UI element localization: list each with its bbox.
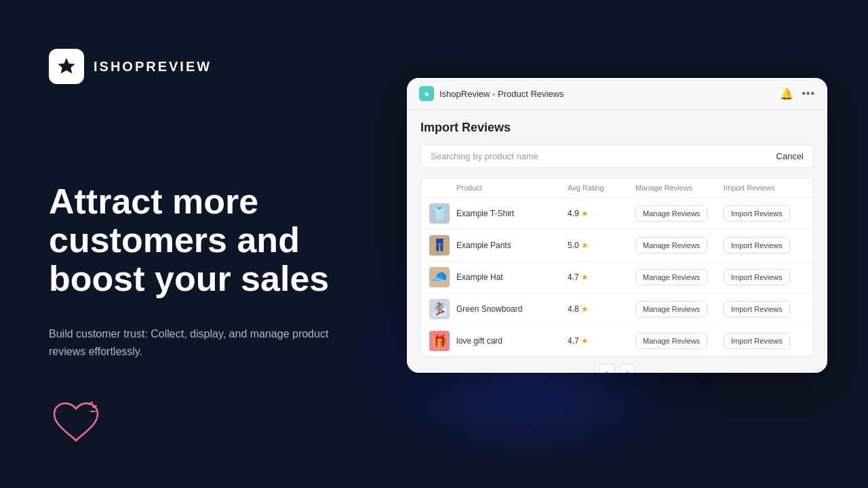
product-name: Example Pants bbox=[456, 241, 568, 250]
table-row: 🧢 Example Hat 4.7 ★ Manage Reviews Impor… bbox=[421, 262, 813, 293]
import-reviews-cell: Import Reviews bbox=[724, 301, 805, 317]
app-mockup: ★ IshopReview - Product Reviews 🔔 ••• Im… bbox=[407, 78, 827, 373]
col-rating: Avg Rating bbox=[568, 184, 635, 192]
col-thumb bbox=[429, 184, 456, 192]
product-thumb: 👖 bbox=[429, 235, 450, 256]
bell-icon[interactable]: 🔔 bbox=[780, 87, 793, 100]
star-icon: ★ bbox=[581, 304, 589, 314]
product-thumb: 👕 bbox=[429, 203, 450, 224]
pagination: ‹ › bbox=[420, 357, 814, 373]
app-header-right: 🔔 ••• bbox=[780, 87, 815, 100]
import-reviews-button[interactable]: Import Reviews bbox=[724, 269, 790, 285]
app-body: Import Reviews Searching by product name… bbox=[407, 110, 827, 373]
svg-text:★: ★ bbox=[424, 91, 430, 98]
cancel-button[interactable]: Cancel bbox=[776, 151, 804, 161]
product-rating: 4.8 ★ bbox=[568, 304, 635, 314]
manage-reviews-cell: Manage Reviews bbox=[635, 237, 724, 253]
product-rating: 4.7 ★ bbox=[568, 272, 635, 282]
manage-reviews-button[interactable]: Manage Reviews bbox=[635, 333, 707, 349]
table-row: 👕 Example T-Shirt 4.9 ★ Manage Reviews I… bbox=[421, 198, 813, 230]
app-header: ★ IshopReview - Product Reviews 🔔 ••• bbox=[407, 78, 827, 110]
col-manage: Manage Reviews bbox=[635, 184, 724, 192]
star-icon: ★ bbox=[581, 241, 589, 250]
manage-reviews-button[interactable]: Manage Reviews bbox=[635, 205, 707, 222]
manage-reviews-cell: Manage Reviews bbox=[635, 333, 724, 349]
manage-reviews-button[interactable]: Manage Reviews bbox=[635, 301, 707, 317]
search-bar: Searching by product name Cancel bbox=[420, 144, 814, 168]
manage-reviews-cell: Manage Reviews bbox=[635, 269, 724, 285]
col-import: Import Reviews bbox=[724, 184, 805, 192]
table-row: 👖 Example Pants 5.0 ★ Manage Reviews Imp… bbox=[421, 230, 813, 262]
prev-page-button[interactable]: ‹ bbox=[599, 364, 615, 373]
import-reviews-cell: Import Reviews bbox=[724, 333, 805, 349]
product-rating: 4.7 ★ bbox=[568, 336, 635, 346]
product-rating: 5.0 ★ bbox=[568, 241, 635, 250]
import-reviews-button[interactable]: Import Reviews bbox=[724, 333, 790, 349]
app-icon-badge: ★ bbox=[419, 86, 434, 101]
search-placeholder[interactable]: Searching by product name bbox=[431, 151, 538, 161]
product-name: Green Snowboard bbox=[456, 304, 568, 314]
app-header-left: ★ IshopReview - Product Reviews bbox=[419, 86, 564, 101]
product-name: Example Hat bbox=[456, 272, 568, 282]
product-thumb: 🎁 bbox=[429, 331, 450, 351]
hero-subtitle: Build customer trust: Collect, display, … bbox=[49, 325, 334, 360]
more-icon[interactable]: ••• bbox=[802, 87, 815, 100]
table-row: 🎁 love gift card 4.7 ★ Manage Reviews Im… bbox=[421, 325, 813, 357]
page-title: Import Reviews bbox=[420, 121, 814, 135]
table-body: 👕 Example T-Shirt 4.9 ★ Manage Reviews I… bbox=[421, 198, 813, 357]
manage-reviews-cell: Manage Reviews bbox=[635, 205, 724, 222]
manage-reviews-cell: Manage Reviews bbox=[635, 301, 724, 317]
next-page-button[interactable]: › bbox=[619, 364, 635, 373]
star-icon: ★ bbox=[581, 209, 589, 218]
product-name: love gift card bbox=[456, 336, 568, 346]
product-thumb: 🏂 bbox=[429, 299, 450, 319]
import-reviews-cell: Import Reviews bbox=[724, 237, 805, 253]
product-rating: 4.9 ★ bbox=[568, 209, 635, 218]
import-reviews-button[interactable]: Import Reviews bbox=[724, 301, 790, 317]
manage-reviews-button[interactable]: Manage Reviews bbox=[635, 269, 707, 285]
star-icon: ★ bbox=[581, 272, 589, 282]
product-thumb: 🧢 bbox=[429, 267, 450, 287]
table-row: 🏂 Green Snowboard 4.8 ★ Manage Reviews I… bbox=[421, 293, 813, 325]
products-table: Product Avg Rating Manage Reviews Import… bbox=[420, 178, 814, 357]
app-window-title: IshopReview - Product Reviews bbox=[439, 89, 564, 99]
import-reviews-button[interactable]: Import Reviews bbox=[724, 237, 790, 253]
star-icon: ★ bbox=[581, 336, 589, 346]
table-header: Product Avg Rating Manage Reviews Import… bbox=[421, 178, 813, 198]
product-name: Example T-Shirt bbox=[456, 209, 568, 218]
manage-reviews-button[interactable]: Manage Reviews bbox=[635, 237, 707, 253]
import-reviews-cell: Import Reviews bbox=[724, 205, 805, 222]
import-reviews-cell: Import Reviews bbox=[724, 269, 805, 285]
heart-illustration bbox=[49, 396, 103, 451]
col-product: Product bbox=[456, 184, 568, 192]
hero-content: Attract more customers and boost your sa… bbox=[49, 182, 361, 361]
import-reviews-button[interactable]: Import Reviews bbox=[724, 205, 790, 222]
hero-title: Attract more customers and boost your sa… bbox=[49, 182, 361, 299]
